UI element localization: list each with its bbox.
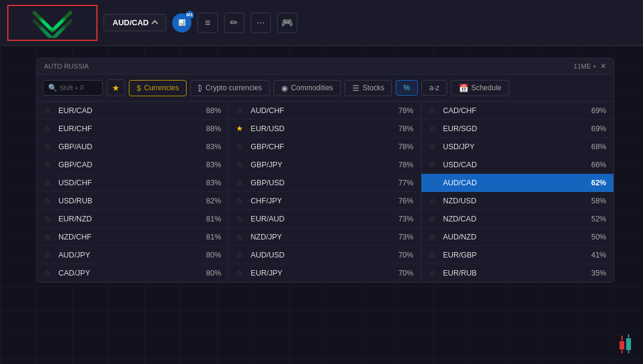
pair-row[interactable]: ☆EUR/SGD69% (421, 120, 613, 138)
pair-row[interactable]: ☆GBP/USD77% (229, 174, 420, 192)
pair-star-icon[interactable]: ☆ (44, 196, 54, 205)
tab-crypto-label: Crypto currencies (205, 84, 262, 92)
pair-star-icon[interactable]: ★ (236, 124, 246, 133)
pair-star-icon[interactable]: ☆ (236, 268, 246, 277)
tab-crypto[interactable]: ₿ Crypto currencies (190, 80, 270, 96)
pair-row[interactable]: ☆AUD/NZD50% (421, 228, 613, 246)
pair-row[interactable]: ☆EUR/NZD81% (37, 210, 228, 228)
tab-percent[interactable]: % (396, 80, 418, 96)
timeframe-button[interactable]: 📊 M1 (172, 13, 191, 32)
pair-star-icon[interactable]: ☆ (236, 142, 246, 151)
corner-candles (620, 335, 631, 353)
pair-row[interactable]: ☆USD/CAD66% (421, 156, 613, 174)
pair-star-icon[interactable]: ☆ (429, 268, 438, 277)
pair-name-label: CAD/CHF (443, 106, 579, 115)
pair-star-icon[interactable]: ☆ (236, 214, 246, 223)
pair-row[interactable]: ☆USD/JPY68% (421, 138, 613, 156)
pair-star-icon[interactable]: ☆ (44, 268, 54, 277)
pair-percent-label: 70% (391, 251, 414, 259)
tab-schedule[interactable]: 📅 Schedule (451, 80, 509, 96)
pair-name-label: EUR/JPY (250, 269, 385, 277)
symbol-button[interactable]: AUD/CAD (104, 14, 166, 31)
pair-row[interactable]: ☆EUR/RUB35% (421, 264, 613, 282)
pair-row[interactable]: ☆AUD/JPY80% (37, 246, 228, 264)
pair-star-icon[interactable]: ☆ (44, 232, 54, 241)
pair-row[interactable]: ☆GBP/CHF78% (229, 138, 420, 156)
pair-star-icon[interactable]: ☆ (236, 178, 246, 187)
pair-star-icon[interactable]: ☆ (429, 250, 438, 259)
calendar-icon: 📅 (459, 84, 468, 93)
pair-percent-label: 88% (198, 125, 221, 133)
pair-star-icon[interactable]: ☆ (44, 250, 54, 259)
pair-star-icon[interactable]: ☆ (429, 142, 438, 151)
pair-row[interactable]: ☆EUR/CHF88% (37, 120, 228, 138)
pair-row[interactable]: ★EUR/USD78% (229, 120, 420, 138)
pair-star-icon[interactable]: ☆ (429, 124, 438, 133)
pair-row[interactable]: ☆AUD/CHF78% (229, 102, 420, 120)
pair-star-icon[interactable]: ☆ (236, 106, 246, 115)
pair-row[interactable]: ☆NZD/CHF81% (37, 228, 228, 246)
pair-row[interactable]: ☆NZD/USD58% (421, 192, 613, 210)
pair-row[interactable]: ☆GBP/JPY78% (229, 156, 420, 174)
sliders-button[interactable]: ≡ (197, 13, 218, 33)
pair-row[interactable]: ☆NZD/CAD52% (421, 210, 613, 228)
pair-row[interactable]: ☆AUD/USD70% (229, 246, 420, 264)
pair-star-icon[interactable]: ☆ (44, 142, 54, 151)
symbol-label: AUD/CAD (113, 18, 149, 27)
pair-star-icon[interactable]: ☆ (429, 196, 438, 205)
tab-az[interactable]: a-z (421, 80, 447, 96)
pair-row[interactable]: ☆USD/RUB82% (37, 192, 228, 210)
bitcoin-icon: ₿ (198, 84, 202, 93)
pair-star-icon[interactable]: ☆ (44, 106, 54, 115)
tab-schedule-label: Schedule (471, 84, 502, 92)
pair-star-icon[interactable]: ☆ (429, 232, 438, 241)
tab-currencies[interactable]: $ Currencies (129, 80, 187, 96)
pair-percent-label: 52% (583, 215, 606, 223)
pair-star-icon[interactable]: ☆ (236, 196, 246, 205)
pair-star-icon[interactable]: ☆ (44, 178, 54, 187)
pair-row[interactable]: ☆GBP/AUD83% (37, 138, 228, 156)
pair-row[interactable]: ☆EUR/CAD88% (37, 102, 228, 120)
pair-row[interactable]: ☆EUR/AUD73% (229, 210, 420, 228)
favorites-button[interactable]: ★ (107, 79, 125, 96)
pair-name-label: AUD/CHF (250, 106, 385, 115)
pair-row[interactable]: ☆CHF/JPY76% (229, 192, 420, 210)
gamepad-button[interactable]: 🎮 (277, 13, 297, 33)
tab-stocks[interactable]: ☰ Stocks (344, 80, 392, 96)
pair-percent-label: 80% (198, 269, 221, 277)
pair-star-icon[interactable]: ☆ (429, 106, 438, 115)
tab-commodities[interactable]: ◉ Commodities (273, 80, 341, 96)
pair-row[interactable]: ☆USD/CHF83% (37, 174, 228, 192)
close-button[interactable]: ✕ (600, 62, 606, 70)
pair-row[interactable]: ☆EUR/GBP41% (421, 246, 613, 264)
pair-star-icon[interactable]: ☆ (44, 160, 54, 169)
pair-row[interactable]: ☆EUR/JPY70% (229, 264, 420, 282)
pair-percent-label: 78% (391, 106, 414, 115)
pair-name-label: EUR/CAD (58, 106, 193, 115)
pair-star-icon[interactable]: ☆ (44, 214, 54, 223)
pair-row[interactable]: ☆NZD/JPY73% (229, 228, 420, 246)
pair-row[interactable]: ☆GBP/CAD83% (37, 156, 228, 174)
pair-star-icon[interactable]: ☆ (236, 232, 246, 241)
dots-button[interactable]: ··· (250, 13, 271, 33)
pair-percent-label: 70% (391, 269, 414, 277)
tab-az-label: a-z (429, 84, 440, 92)
pair-row[interactable]: ☆CAD/JPY80% (37, 264, 228, 282)
pen-button[interactable]: ✏ (224, 13, 244, 33)
pair-star-icon[interactable]: ☆ (236, 160, 246, 169)
pair-percent-label: 41% (583, 251, 606, 259)
pair-name-label: EUR/RUB (443, 269, 579, 277)
pair-row[interactable]: ☆AUD/CAD62% (421, 174, 613, 192)
pair-percent-label: 35% (583, 269, 606, 277)
tab-commodities-label: Commodities (291, 84, 333, 92)
pair-name-label: GBP/JPY (250, 161, 385, 169)
pair-star-icon[interactable]: ☆ (429, 178, 438, 187)
pair-star-icon[interactable]: ☆ (236, 250, 246, 259)
pair-percent-label: 82% (198, 197, 221, 205)
pair-row[interactable]: ☆CAD/CHF69% (421, 102, 613, 120)
pair-star-icon[interactable]: ☆ (429, 160, 438, 169)
pair-star-icon[interactable]: ☆ (44, 124, 54, 133)
pair-name-label: CHF/JPY (250, 197, 385, 205)
search-box[interactable]: 🔍 Shift + F (43, 80, 103, 96)
pair-star-icon[interactable]: ☆ (429, 214, 438, 223)
